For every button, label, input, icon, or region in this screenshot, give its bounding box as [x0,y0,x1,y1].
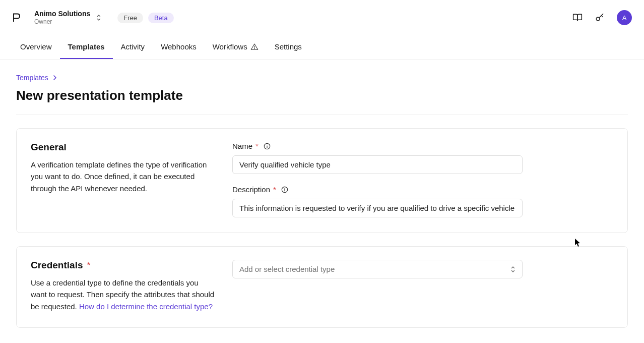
org-role: Owner [34,18,90,25]
credentials-card-right [232,260,523,312]
plan-badge-free: Free [117,13,143,23]
credentials-heading-text: Credentials [31,260,83,271]
tab-settings[interactable]: Settings [267,35,310,59]
avatar[interactable]: A [617,10,632,25]
tab-overview[interactable]: Overview [12,35,60,59]
name-label-row: Name * [232,142,523,150]
credentials-card-left: Credentials * Use a credential type to d… [31,260,216,312]
logo-icon [12,12,22,24]
description-label: Description [232,185,270,194]
info-icon[interactable] [281,186,288,193]
general-description: A verification template defines the type… [31,159,216,194]
tab-label: Templates [68,42,105,51]
tab-webhooks[interactable]: Webhooks [153,35,205,59]
general-card-left: General A verification template defines … [31,142,216,217]
name-form-group: Name * [232,142,523,174]
tab-label: Settings [275,42,302,51]
description-label-row: Description * [232,185,523,194]
tab-templates[interactable]: Templates [60,35,113,59]
general-heading: General [31,142,216,153]
chevron-up-down-icon [95,13,102,22]
description-input[interactable] [232,199,523,217]
tab-label: Activity [121,42,145,51]
required-marker: * [273,185,276,194]
avatar-letter: A [622,14,627,22]
org-switcher[interactable]: Animo Solutions Owner [34,10,102,25]
credentials-card: Credentials * Use a credential type to d… [16,246,628,328]
plan-badge-beta: Beta [148,13,174,23]
content: Templates New presentation template Gene… [0,60,644,328]
plan-badges: Free Beta [117,13,173,23]
required-marker: * [255,142,259,150]
app-header: Animo Solutions Owner Free Beta [0,0,644,28]
breadcrumb: Templates [16,74,628,82]
svg-point-1 [254,48,254,49]
svg-point-5 [284,188,285,188]
tab-label: Overview [20,42,52,51]
credential-type-select[interactable] [232,260,523,278]
tab-label: Webhooks [161,42,197,51]
info-icon[interactable] [264,143,271,150]
page-title: New presentation template [16,88,628,103]
credentials-heading: Credentials * [31,260,216,271]
docs-icon[interactable] [572,13,583,23]
credentials-help-link[interactable]: How do I determine the credential type? [79,302,213,311]
breadcrumb-templates-link[interactable]: Templates [16,74,48,82]
tab-activity[interactable]: Activity [113,35,153,59]
chevron-right-icon [52,75,57,80]
org-name: Animo Solutions [34,10,90,18]
svg-point-3 [267,144,267,145]
tab-workflows[interactable]: Workflows [205,35,267,59]
required-marker: * [87,260,90,271]
divider [16,115,628,115]
warning-icon [250,43,259,51]
main-nav: Overview Templates Activity Webhooks Wor… [0,35,644,60]
header-left: Animo Solutions Owner Free Beta [12,10,174,25]
org-text: Animo Solutions Owner [34,10,90,25]
credential-type-select-wrap [232,260,523,278]
name-label: Name [232,142,252,150]
tab-label: Workflows [213,42,247,51]
general-card: General A verification template defines … [16,128,628,233]
credentials-description: Use a credential type to define the cred… [31,277,216,312]
description-form-group: Description * [232,185,523,217]
header-right: A [572,10,632,25]
api-key-icon[interactable] [595,13,605,23]
general-card-right: Name * Description * [232,142,523,217]
name-input[interactable] [232,155,523,174]
